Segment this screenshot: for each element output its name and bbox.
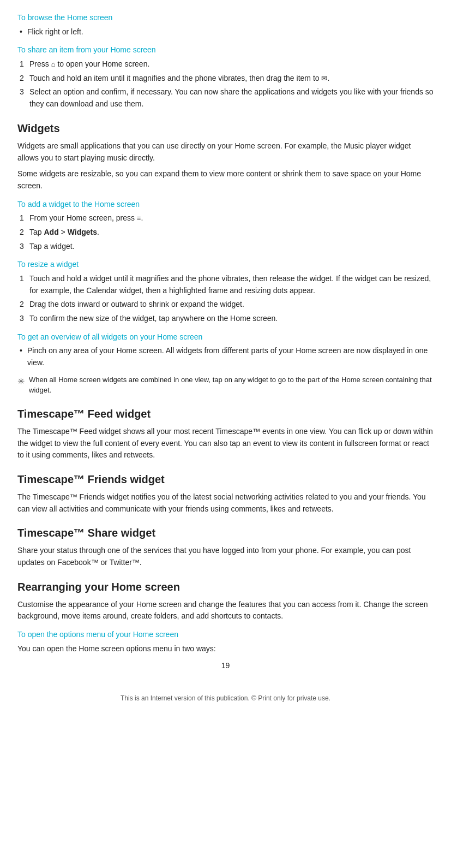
list-item: 2Tap Add > Widgets. <box>17 227 434 239</box>
widgets-p1: Widgets are small applications that you … <box>17 140 434 164</box>
feed-paragraph: The Timescape™ Feed widget shows all you… <box>17 426 434 461</box>
share-widget-paragraph: Share your status through one of the ser… <box>17 545 434 568</box>
share-steps-list: 1Press ⌂ to open your Home screen. 2Touc… <box>17 58 434 110</box>
rearranging-heading: Rearranging your Home screen <box>17 579 434 596</box>
add-widget-heading: To add a widget to the Home screen <box>17 199 434 211</box>
list-item: 2Touch and hold an item until it magnifi… <box>17 73 434 85</box>
list-item: 3Tap a widget. <box>17 241 434 253</box>
list-item: 1Press ⌂ to open your Home screen. <box>17 58 434 70</box>
list-item: Flick right or left. <box>17 26 434 38</box>
share-heading: To share an item from your Home screen <box>17 44 434 56</box>
page-number: 19 <box>17 660 434 671</box>
page-content: To browse the Home screen Flick right or… <box>17 12 434 703</box>
overview-heading: To get an overview of all widgets on you… <box>17 331 434 343</box>
open-options-heading: To open the options menu of your Home sc… <box>17 629 434 641</box>
resize-list: 1Touch and hold a widget until it magnif… <box>17 273 434 325</box>
tip-text: When all Home screen widgets are combine… <box>29 374 434 396</box>
tip-icon: ✳ <box>17 375 25 388</box>
overview-list: Pinch on any area of your Home screen. A… <box>17 345 434 368</box>
resize-heading: To resize a widget <box>17 259 434 271</box>
list-item: 1Touch and hold a widget until it magnif… <box>17 273 434 296</box>
menu-icon: ≡ <box>137 213 141 224</box>
home-icon: ⌂ <box>51 59 56 70</box>
page-footer: This is an Internet version of this publ… <box>17 693 434 703</box>
feed-heading: Timescape™ Feed widget <box>17 406 434 423</box>
browse-heading: To browse the Home screen <box>17 12 434 24</box>
open-options-paragraph: You can open the Home screen options men… <box>17 643 434 655</box>
share-icon: ✉ <box>321 73 327 84</box>
tip-box: ✳ When all Home screen widgets are combi… <box>17 374 434 396</box>
list-item: 2Drag the dots inward or outward to shri… <box>17 299 434 311</box>
list-item: 1From your Home screen, press ≡. <box>17 212 434 224</box>
list-item: Pinch on any area of your Home screen. A… <box>17 345 434 368</box>
list-item: 3To confirm the new size of the widget, … <box>17 313 434 325</box>
list-item: 3Select an option and confirm, if necess… <box>17 86 434 110</box>
widgets-p2: Some widgets are resizable, so you can e… <box>17 168 434 192</box>
share-widget-heading: Timescape™ Share widget <box>17 525 434 542</box>
add-widget-list: 1From your Home screen, press ≡. 2Tap Ad… <box>17 212 434 252</box>
rearranging-paragraph: Customise the appearance of your Home sc… <box>17 599 434 622</box>
friends-paragraph: The Timescape™ Friends widget notifies y… <box>17 491 434 515</box>
friends-heading: Timescape™ Friends widget <box>17 471 434 488</box>
browse-list: Flick right or left. <box>17 26 434 38</box>
widgets-heading: Widgets <box>17 120 434 137</box>
